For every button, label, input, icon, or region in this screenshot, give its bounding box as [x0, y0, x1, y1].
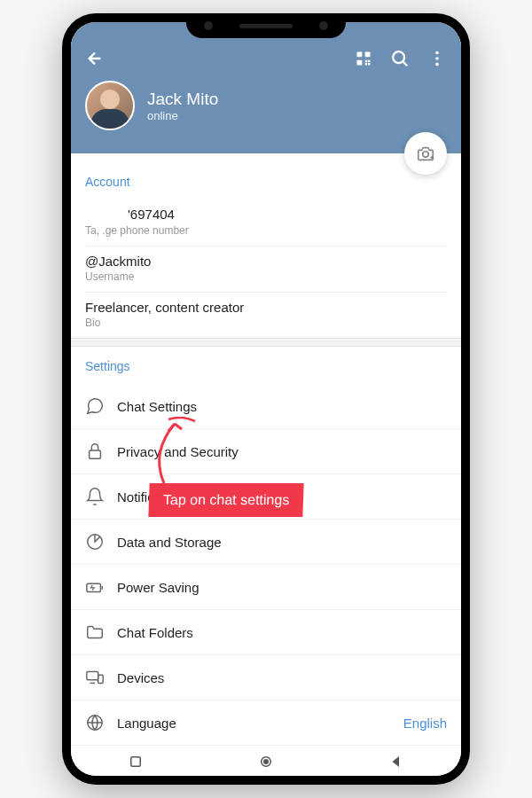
settings-item-devices[interactable]: Devices — [71, 655, 461, 700]
svg-point-9 — [435, 57, 439, 60]
more-icon[interactable] — [427, 49, 447, 68]
devices-icon — [85, 668, 117, 687]
svg-point-10 — [435, 63, 439, 66]
phone-field[interactable]: '697404 Ta, .ge phone number — [85, 200, 447, 246]
settings-item-folders[interactable]: Chat Folders — [71, 610, 461, 655]
bio-field[interactable]: Freelancer, content creator Bio — [85, 293, 447, 338]
bio-label: Bio — [85, 317, 447, 329]
settings-item-language[interactable]: Language English — [71, 700, 461, 746]
android-nav-bar — [71, 747, 461, 776]
lock-icon — [85, 442, 117, 461]
camera-button[interactable] — [404, 132, 447, 175]
settings-section-title: Settings — [85, 359, 447, 373]
account-section-title: Account — [85, 175, 447, 189]
settings-item-label: Data and Storage — [117, 535, 447, 550]
settings-item-data[interactable]: Data and Storage — [71, 520, 461, 565]
svg-rect-4 — [368, 63, 371, 66]
section-divider — [71, 338, 461, 347]
bio-value: Freelancer, content creator — [85, 300, 447, 315]
search-icon[interactable] — [390, 49, 410, 68]
back-icon[interactable] — [85, 49, 105, 68]
settings-item-label: Chat Settings — [117, 399, 447, 414]
svg-rect-6 — [368, 60, 371, 63]
chat-icon — [85, 396, 117, 416]
svg-rect-1 — [365, 52, 371, 58]
annotation-callout: Tap on chat settings — [148, 483, 304, 517]
svg-rect-5 — [365, 63, 368, 66]
settings-item-privacy[interactable]: Privacy and Security — [71, 429, 461, 474]
settings-list: Chat Settings Privacy and Security Notif… — [71, 384, 461, 746]
avatar[interactable] — [85, 81, 135, 130]
globe-icon — [85, 713, 117, 732]
username-value: @Jackmito — [85, 254, 447, 269]
svg-rect-16 — [98, 675, 104, 683]
phone-label: Ta, .ge phone number — [85, 224, 447, 237]
settings-item-power[interactable]: Power Saving — [71, 565, 461, 610]
battery-icon — [85, 577, 117, 597]
svg-point-7 — [393, 51, 404, 63]
settings-item-label: Language — [117, 716, 403, 731]
settings-item-label: Devices — [117, 670, 447, 685]
username-field[interactable]: @Jackmito Username — [85, 246, 447, 293]
settings-item-value: English — [403, 716, 447, 731]
svg-rect-18 — [131, 757, 141, 767]
bell-icon — [85, 487, 117, 506]
folder-icon — [85, 622, 117, 642]
pie-icon — [85, 532, 117, 552]
svg-point-20 — [264, 760, 269, 764]
phone-value: '697404 — [85, 207, 175, 222]
profile-header: Jack Mito online — [71, 22, 461, 153]
svg-rect-15 — [87, 672, 98, 680]
svg-rect-12 — [90, 450, 101, 458]
profile-status: online — [147, 109, 218, 122]
qr-code-icon[interactable] — [355, 50, 372, 67]
svg-rect-2 — [357, 60, 363, 66]
settings-item-chat[interactable]: Chat Settings — [71, 384, 461, 429]
svg-point-11 — [423, 152, 428, 157]
nav-recent-icon[interactable] — [128, 754, 144, 770]
profile-name: Jack Mito — [147, 90, 218, 109]
username-label: Username — [85, 270, 447, 283]
nav-back-icon[interactable] — [388, 754, 404, 770]
settings-item-label: Power Saving — [117, 580, 447, 595]
svg-rect-0 — [357, 52, 363, 58]
svg-point-8 — [435, 51, 439, 55]
svg-rect-3 — [365, 60, 368, 63]
settings-item-label: Chat Folders — [117, 625, 447, 640]
nav-home-icon[interactable] — [258, 754, 274, 770]
